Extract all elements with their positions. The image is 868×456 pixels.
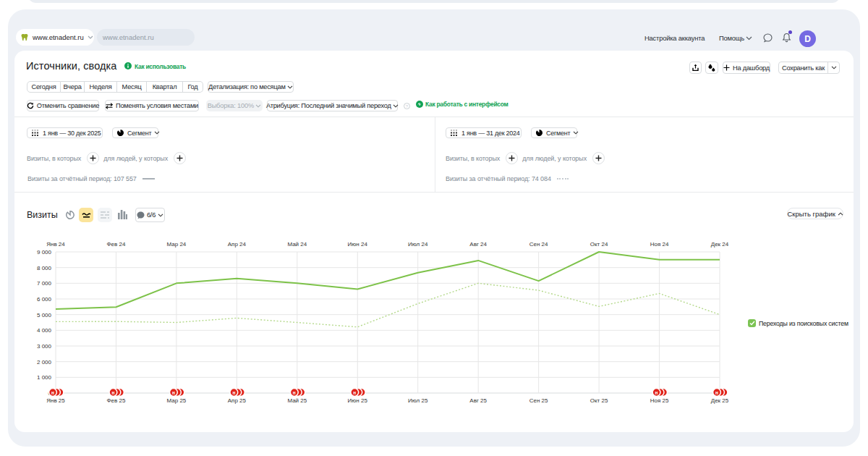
svg-text:н: н: [293, 390, 296, 395]
svg-text:н: н: [715, 390, 718, 395]
svg-text:Янв 24: Янв 24: [46, 241, 65, 248]
svg-text:Апр 25: Апр 25: [228, 397, 247, 404]
svg-text:Окт 24: Окт 24: [590, 241, 608, 248]
svg-text:4 000: 4 000: [37, 327, 52, 334]
svg-text:н: н: [655, 390, 658, 395]
svg-text:Фев 25: Фев 25: [106, 397, 125, 404]
svg-text:Фев 24: Фев 24: [106, 241, 125, 248]
svg-text:Окт 25: Окт 25: [590, 397, 608, 404]
svg-text:н: н: [111, 390, 114, 395]
svg-text:Май 25: Май 25: [287, 397, 307, 404]
svg-text:Дек 24: Дек 24: [711, 241, 729, 248]
svg-text:Дек 25: Дек 25: [711, 397, 729, 404]
svg-text:Ноя 24: Ноя 24: [650, 241, 669, 248]
svg-text:3 000: 3 000: [37, 343, 52, 350]
svg-text:Мар 25: Мар 25: [167, 397, 187, 404]
svg-text:?: ?: [406, 104, 409, 109]
svg-text:9 000: 9 000: [37, 249, 52, 256]
svg-text:1 000: 1 000: [37, 374, 52, 381]
svg-text:н: н: [51, 390, 54, 395]
svg-text:Июл 24: Июл 24: [408, 241, 428, 248]
svg-text:Июн 24: Июн 24: [348, 241, 368, 248]
svg-text:Ноя 25: Ноя 25: [650, 397, 669, 404]
svg-text:Авг 24: Авг 24: [469, 241, 487, 248]
svg-text:Янв 25: Янв 25: [46, 397, 65, 404]
svg-text:н: н: [353, 390, 356, 395]
svg-text:Авг 25: Авг 25: [469, 397, 487, 404]
svg-text:8 000: 8 000: [37, 265, 52, 271]
svg-text:2 000: 2 000: [37, 359, 52, 366]
svg-text:6 000: 6 000: [37, 296, 52, 303]
svg-text:Июн 25: Июн 25: [348, 397, 368, 404]
svg-text:н: н: [232, 390, 235, 395]
svg-text:Май 24: Май 24: [287, 241, 307, 248]
svg-text:н: н: [172, 390, 175, 395]
svg-text:Сен 24: Сен 24: [529, 241, 548, 248]
svg-text:Мар 24: Мар 24: [167, 241, 187, 248]
svg-text:Сен 25: Сен 25: [529, 397, 548, 404]
svg-text:Апр 24: Апр 24: [228, 241, 247, 248]
svg-text:5 000: 5 000: [37, 312, 52, 318]
svg-text:7 000: 7 000: [37, 280, 52, 287]
svg-text:Июл 25: Июл 25: [408, 397, 428, 404]
